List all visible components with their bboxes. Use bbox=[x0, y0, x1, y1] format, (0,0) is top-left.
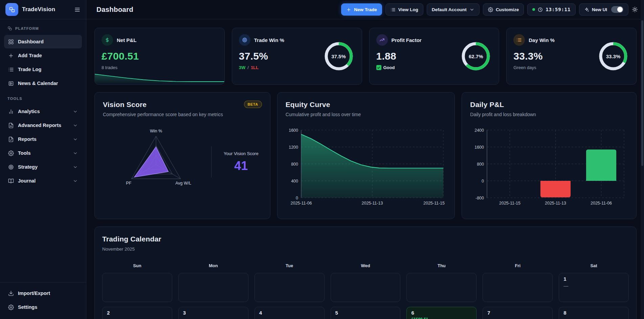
donut-gauge: 33.3% bbox=[598, 41, 629, 72]
main-area: Dashboard New Trade View Log Default Acc… bbox=[86, 0, 644, 319]
svg-text:-800: -800 bbox=[475, 196, 484, 200]
sidebar-header: TradeVision bbox=[0, 0, 86, 19]
vision-score-value: 41 bbox=[224, 159, 259, 173]
sidebar-toggle-button[interactable] bbox=[74, 6, 81, 13]
account-label: Default Account bbox=[432, 7, 467, 12]
sidebar-item-trade-log[interactable]: Trade Log bbox=[4, 63, 82, 76]
svg-text:400: 400 bbox=[291, 179, 298, 184]
calendar-empty-cell[interactable] bbox=[483, 273, 553, 302]
svg-text:2025-11-06: 2025-11-06 bbox=[591, 201, 612, 206]
vision-score-card: Vision Score BETA Comprehensive performa… bbox=[94, 92, 270, 219]
customize-button[interactable]: Customize bbox=[483, 3, 524, 16]
losses-count: 1LL bbox=[251, 65, 259, 70]
clock-icon bbox=[538, 7, 543, 12]
calendar-day-dash: — bbox=[563, 283, 624, 289]
calendar-day-cell[interactable]: 5— bbox=[331, 307, 401, 319]
calendar-day-cell[interactable]: 8— bbox=[559, 307, 629, 319]
svg-text:2025-11-15: 2025-11-15 bbox=[423, 201, 445, 206]
calendar-day-cell[interactable]: 3— bbox=[178, 307, 248, 319]
daily-pnl-title: Daily P&L bbox=[470, 101, 628, 109]
sidebar-item-label: Dashboard bbox=[18, 39, 44, 44]
calendar-empty-cell[interactable] bbox=[331, 273, 401, 302]
calendar-day-number: 8 bbox=[563, 310, 624, 316]
platform-section-text: PLATFORM bbox=[15, 26, 39, 30]
sidebar-item-reports[interactable]: Reports bbox=[4, 132, 82, 146]
menu-icon bbox=[74, 6, 81, 13]
svg-text:800: 800 bbox=[291, 162, 298, 167]
sidebar-item-tools[interactable]: Tools bbox=[4, 146, 82, 160]
new-trade-button[interactable]: New Trade bbox=[341, 3, 382, 16]
sidebar-item-journal[interactable]: Journal bbox=[4, 174, 82, 188]
quality-badge-label: Good bbox=[383, 65, 395, 70]
svg-text:2025-11-15: 2025-11-15 bbox=[499, 201, 520, 206]
calendar-day-cell[interactable]: 2— bbox=[102, 307, 172, 319]
list-icon bbox=[513, 34, 525, 46]
app-logo[interactable] bbox=[5, 3, 18, 16]
calendar-empty-cell[interactable] bbox=[254, 273, 325, 302]
chevron-down-icon bbox=[73, 123, 78, 128]
page-scrollbar[interactable] bbox=[641, 0, 644, 319]
sidebar-item-dashboard[interactable]: Dashboard bbox=[4, 35, 82, 48]
new-ui-toggle[interactable] bbox=[611, 6, 623, 13]
sidebar-item-label: Import/Export bbox=[18, 291, 50, 296]
net-pnl-sparkline bbox=[95, 72, 224, 84]
calendar-day-header: Sun bbox=[102, 263, 172, 268]
calendar-day-dash: — bbox=[335, 317, 396, 319]
stat-card-header: Net P&L bbox=[102, 34, 218, 46]
bar-chart-icon bbox=[8, 109, 14, 114]
calendar-empty-cell[interactable] bbox=[178, 273, 248, 302]
record-separator: / bbox=[247, 65, 249, 70]
sun-icon bbox=[632, 6, 638, 13]
calendar-day-header: Sat bbox=[559, 263, 629, 268]
plus-icon bbox=[8, 53, 14, 59]
tools-section-text: TOOLS bbox=[7, 97, 22, 101]
sidebar-item-add-trade[interactable]: Add Trade bbox=[4, 49, 82, 62]
sidebar-item-label: Advanced Reports bbox=[18, 123, 61, 128]
calendar-day-pnl: £1500.51 bbox=[411, 317, 472, 319]
calendar-empty-cell[interactable] bbox=[102, 273, 172, 302]
charts-row: Vision Score BETA Comprehensive performa… bbox=[94, 92, 637, 219]
calendar-day-cell[interactable]: 1— bbox=[559, 273, 629, 302]
view-log-button[interactable]: View Log bbox=[385, 3, 423, 16]
sidebar-footer: Import/ExportSettings bbox=[0, 282, 86, 319]
calendar-day-header: Wed bbox=[331, 263, 401, 268]
calendar-day-cell[interactable]: 7— bbox=[483, 307, 553, 319]
sparkles-icon bbox=[584, 7, 589, 12]
donut-gauge-value: 37.5% bbox=[323, 41, 354, 72]
sidebar-item-import-export[interactable]: Import/Export bbox=[4, 286, 82, 300]
new-ui-control[interactable]: New UI bbox=[579, 3, 628, 16]
stat-card-title: Profit Factor bbox=[392, 37, 422, 43]
svg-text:Win %: Win % bbox=[150, 129, 162, 133]
svg-text:Avg W/L: Avg W/L bbox=[175, 181, 191, 186]
sidebar-item-label: News & Calendar bbox=[18, 81, 58, 86]
chevron-down-icon bbox=[469, 7, 474, 12]
vision-score-subtitle: Comprehensive performance score based on… bbox=[103, 112, 262, 117]
logo-icon bbox=[9, 6, 15, 13]
sidebar-item-advanced-reports[interactable]: Advanced Reports bbox=[4, 119, 82, 132]
calendar-empty-cell[interactable] bbox=[406, 273, 476, 302]
calendar-day-number: 6 bbox=[411, 310, 472, 316]
sidebar-item-strategy[interactable]: Strategy bbox=[4, 160, 82, 174]
sidebar-item-analytics[interactable]: Analytics bbox=[4, 105, 82, 118]
target-icon bbox=[8, 164, 14, 170]
sidebar-item-label: Settings bbox=[18, 304, 37, 310]
header-actions: New Trade View Log Default Account Custo… bbox=[341, 3, 638, 16]
calendar-day-header: Thu bbox=[406, 263, 476, 268]
scrollbar-thumb[interactable] bbox=[641, 20, 643, 166]
sidebar-item-label: Trade Log bbox=[18, 67, 41, 72]
theme-toggle-button[interactable] bbox=[632, 6, 638, 13]
file-check-icon bbox=[8, 136, 14, 142]
sidebar-item-news-calendar[interactable]: News & Calendar bbox=[4, 77, 82, 90]
sidebar-item-settings[interactable]: Settings bbox=[4, 300, 82, 314]
equity-curve-card: Equity Curve Cumulative profit and loss … bbox=[277, 92, 455, 219]
list-icon bbox=[391, 7, 396, 12]
account-selector[interactable]: Default Account bbox=[427, 3, 480, 16]
page-title: Dashboard bbox=[96, 5, 133, 14]
tools-section-label: TOOLS bbox=[4, 90, 82, 105]
calendar-day-cell[interactable]: 6£1500.51 bbox=[406, 307, 476, 319]
calendar-day-cell[interactable]: 4— bbox=[254, 307, 325, 319]
book-icon bbox=[8, 178, 14, 184]
wins-count: 3W bbox=[239, 65, 246, 70]
target-icon bbox=[239, 34, 250, 46]
trading-calendar-title: Trading Calendar bbox=[102, 235, 629, 243]
